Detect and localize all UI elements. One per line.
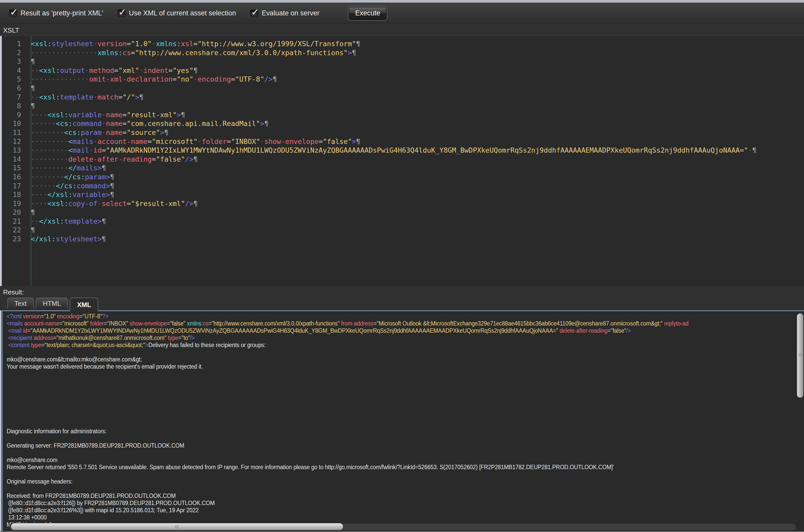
checkbox-pretty-print-xml-box[interactable]: ✓: [9, 10, 17, 17]
result-section-label: Result:: [0, 286, 804, 298]
checkbox-use-xml-of-current-asset-selection-box[interactable]: ✓: [117, 10, 125, 17]
token-ws: ·: [93, 93, 97, 101]
token-ws: ·: [101, 119, 106, 128]
token-pi: ¶: [31, 208, 35, 216]
token-el: mails: [73, 137, 93, 146]
code-line-text: ········</cs:param>¶: [27, 173, 114, 182]
code-line: 16········</cs:param>¶: [0, 173, 804, 182]
tab-xml[interactable]: XML: [70, 298, 98, 311]
token-eq: =: [178, 335, 181, 341]
result-line: [7, 435, 764, 442]
token-el: >: [145, 342, 149, 348]
token-at: cs: [203, 320, 208, 327]
token-av: "false": [156, 155, 185, 163]
token-at: name: [106, 129, 122, 136]
code-line-text: ¶: [27, 84, 35, 93]
token-av: "result-xml": [127, 111, 177, 119]
token-eq: =: [122, 119, 127, 128]
code-line: 5··············omit-xml-declaration="no"…: [0, 75, 804, 84]
result-line: [7, 420, 764, 428]
token-av: "INBOX": [107, 320, 130, 327]
code-line-text: ¶: [27, 101, 35, 111]
line-number: 6: [0, 84, 27, 93]
code-line-text: ·········<mails·account-name="microsoft"…: [27, 137, 360, 146]
token-at: version: [23, 313, 41, 320]
token-ws: ··: [31, 93, 39, 101]
code-line-text: ··<xsl:output·method="xml"·indent="yes"¶: [27, 66, 197, 75]
checkbox-use-xml-of-current-asset-selection[interactable]: ✓Use XML of current asset selection: [117, 9, 236, 17]
code-line-text: ¶: [27, 57, 35, 66]
token-tx: mko@censhare.com&lt;mailto:mko@censhare.…: [7, 356, 142, 363]
token-av: "http://www.censhare.com/xml/3.0.0/xpath…: [212, 320, 341, 327]
code-line: 20¶: [0, 208, 804, 217]
token-av: "INBOX": [231, 137, 260, 146]
code-line: 10······<cs:command·name="com.censhare.a…: [0, 119, 804, 128]
token-el: />: [626, 327, 631, 334]
token-tx: mko@censhare.com: [7, 457, 57, 463]
token-av: "http://www.censhare.com/xml/3.0.0/xpath…: [135, 49, 348, 57]
execute-button[interactable]: Execute: [349, 7, 387, 20]
token-pn: <xsl:: [47, 111, 68, 119]
token-pi: ¶: [193, 66, 197, 74]
token-eq: =: [152, 155, 156, 163]
line-number: 10: [0, 119, 27, 128]
vertical-scrollbar-thumb[interactable]: [797, 313, 803, 398]
line-number: 17: [0, 182, 27, 191]
token-pi: ¶: [110, 191, 114, 198]
xslt-code-editor[interactable]: 1<xsl:stylesheet·version="1.0"·xmlns:xsl…: [0, 36, 804, 286]
result-line: [7, 348, 764, 356]
horizontal-scrollbar[interactable]: [9, 523, 796, 530]
token-ws: ·········: [31, 146, 68, 154]
result-output-panel[interactable]: <?xml version="1.0" encoding="UTF-8"?><m…: [2, 310, 804, 532]
checkbox-evaluate-on-server[interactable]: ✓Evaluate on server: [250, 9, 319, 17]
token-at: replyto-ad: [664, 320, 689, 327]
token-ws: ·: [748, 146, 752, 154]
checkbox-evaluate-on-server-box[interactable]: ✓: [250, 10, 258, 17]
token-pi: ¶: [110, 173, 114, 181]
token-ws: ··: [31, 66, 39, 74]
token-ws: ·: [260, 137, 264, 146]
token-eq: =: [122, 129, 127, 136]
token-el: >: [352, 137, 356, 146]
token-pi: ¶: [193, 200, 197, 208]
horizontal-scrollbar-thumb[interactable]: [11, 523, 343, 530]
token-ws: ········: [31, 129, 64, 136]
result-line: [7, 392, 764, 399]
token-at: match: [97, 93, 118, 101]
token-at: encoding: [57, 313, 79, 320]
token-pn: xmlns:: [97, 49, 122, 57]
token-at: cs: [122, 49, 131, 57]
token-pi: ¶: [101, 164, 106, 172]
line-number: 5: [0, 75, 27, 84]
token-tx: ([fe80::d1f:d8cc:a2e3:f126%3]) with mapi…: [7, 507, 198, 514]
token-ws: ·: [197, 137, 202, 146]
token-eq: =: [79, 313, 83, 320]
token-eq: =: [27, 327, 31, 334]
token-el: ?>: [102, 313, 109, 320]
token-ws: ··: [31, 217, 39, 225]
vertical-scrollbar[interactable]: [797, 313, 803, 520]
token-pi: ¶: [101, 235, 106, 243]
token-el: >: [135, 93, 139, 101]
result-line: <mail id="AAMkADRkNDM1Y2IxLWY1MWYtNDAwNy…: [7, 327, 764, 334]
token-at: from-address: [341, 320, 374, 327]
result-line: Your message wasn't delivered because th…: [7, 363, 764, 370]
token-el: >: [160, 129, 164, 136]
checkbox-pretty-print-xml[interactable]: ✓Result as 'pretty-print XML': [9, 9, 103, 17]
result-line: [7, 370, 764, 377]
tab-text[interactable]: Text: [7, 298, 34, 309]
tab-html[interactable]: HTML: [36, 298, 68, 309]
line-number: 12: [0, 137, 27, 146]
token-el: stylesheet: [52, 40, 93, 48]
token-av: "1.0": [131, 40, 152, 48]
line-number: 13: [0, 146, 27, 155]
token-el: <mails: [7, 320, 24, 327]
checkbox-pretty-print-xml-label: Result as 'pretty-print XML': [20, 9, 103, 17]
code-line: 19····<xsl:copy-of·select="$result-xml"/…: [0, 199, 804, 208]
token-av: "xml": [118, 66, 139, 74]
token-eq: =: [169, 66, 173, 74]
token-pi: ¶: [31, 226, 35, 234]
token-eq: =: [104, 320, 107, 327]
token-ws: ······: [31, 119, 56, 128]
token-el: command>: [77, 182, 110, 190]
